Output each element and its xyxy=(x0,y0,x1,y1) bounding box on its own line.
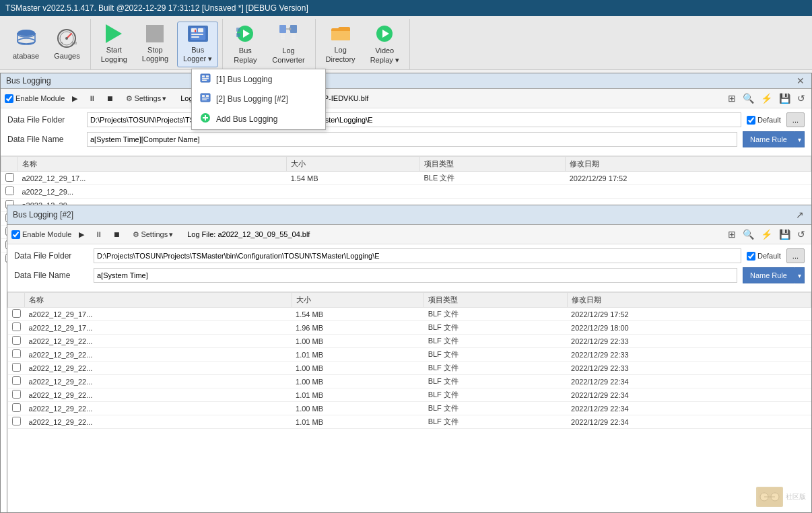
panel2-toolbar: Enable Module ▶ ⏸ ⏹ ⚙ Settings ▾ Log Fil… xyxy=(7,225,811,244)
panel1-save-button[interactable]: 💾 xyxy=(777,91,792,106)
panel2-save-button[interactable]: 💾 xyxy=(777,227,792,242)
log-converter-button[interactable]: LogConverter xyxy=(266,22,310,67)
panel2-filename-input[interactable] xyxy=(94,268,737,283)
bus-replay-icon xyxy=(234,24,256,44)
row-size: 1.00 MB xyxy=(292,335,424,348)
bus-logging-1-icon xyxy=(200,73,211,85)
table-row[interactable]: a2022_12_29_22... 1.01 MB BLF 文件 2022/12… xyxy=(8,388,811,402)
stop-logging-button[interactable]: StopLogging xyxy=(136,22,174,67)
row-name: a2022_12_29_17... xyxy=(25,308,292,321)
panel1-filename-input[interactable] xyxy=(87,132,737,147)
bus-replay-button[interactable]: BusReplay xyxy=(227,22,263,67)
panel1-search-button[interactable]: 🔍 xyxy=(741,91,756,106)
add-bus-logging-item[interactable]: Add Bus Logging xyxy=(192,108,325,129)
toolbar-group-replay: BusReplay LogConverter xyxy=(223,19,315,69)
panel2-play-button[interactable]: ▶ xyxy=(75,228,88,241)
row-date: 2022/12/29 22:33 xyxy=(567,335,811,348)
row-size: 1.00 MB xyxy=(292,362,424,375)
svg-rect-36 xyxy=(206,95,209,97)
video-replay-icon xyxy=(374,24,395,44)
row-size: 1.00 MB xyxy=(292,402,424,415)
toolbar-group-logging: StartLogging StopLogging xyxy=(91,19,224,69)
panel2-name-rule-drop-button[interactable]: ▾ xyxy=(794,267,805,283)
log-directory-button[interactable]: LogDirectory xyxy=(320,22,362,67)
table-row[interactable]: a2022_12_29_17... 1.54 MB BLE 文件 2022/12… xyxy=(1,172,811,185)
table-row[interactable]: a2022_12_29_22... 1.00 MB BLF 文件 2022/12… xyxy=(8,362,811,375)
table-row[interactable]: a2022_12_29_22... 1.01 MB BLF 文件 2022/12… xyxy=(8,415,811,429)
panel1-name-rule-main-button[interactable]: Name Rule xyxy=(743,131,794,147)
watermark-text: 社区版 xyxy=(786,492,806,502)
panel1-col-type: 项目类型 xyxy=(420,157,566,172)
panel1-flash-button[interactable]: ⚡ xyxy=(759,91,774,106)
table-row[interactable]: a2022_12_29_22... 1.00 MB BLF 文件 2022/12… xyxy=(8,375,811,388)
table-row[interactable]: a2022_12_29_17... 1.54 MB BLF 文件 2022/12… xyxy=(8,308,811,321)
panel1-name-rule-drop-button[interactable]: ▾ xyxy=(794,131,805,147)
table-row[interactable]: a2022_12_29... xyxy=(1,185,811,199)
panel2-stop-button[interactable]: ⏹ xyxy=(110,228,124,240)
panel2-col-check xyxy=(8,293,25,308)
row-name: a2022_12_29_22... xyxy=(25,348,292,362)
row-size: 1.01 MB xyxy=(292,388,424,402)
panel1-close-button[interactable]: ✕ xyxy=(795,75,806,86)
svg-rect-21 xyxy=(281,34,285,36)
panel1-grid-button[interactable]: ⊞ xyxy=(726,91,738,106)
panel1-folder-label: Data File Folder xyxy=(7,115,81,125)
bus-logging-2-item[interactable]: [2] Bus Logging [#2] xyxy=(192,89,325,108)
bus-logging-1-item[interactable]: [1] Bus Logging xyxy=(192,69,325,89)
panel1-pause-button[interactable]: ⏸ xyxy=(85,92,99,104)
panel2-col-date: 修改日期 xyxy=(567,293,811,308)
panel2-grid-button[interactable]: ⊞ xyxy=(726,227,738,242)
panel1-toolbar: Enable Module ▶ ⏸ ⏹ ⚙ Settings ▾ Log Fil… xyxy=(1,89,811,108)
panel2-search-button[interactable]: 🔍 xyxy=(741,227,756,242)
toolbar-group-dir: LogDirectory VideoReplay ▾ xyxy=(316,19,410,69)
bus-logger-button[interactable]: BusLogger ▾ xyxy=(177,22,218,67)
panel1-play-button[interactable]: ▶ xyxy=(69,92,81,105)
table-row[interactable]: a2022_12_29_22... 1.00 MB BLF 文件 2022/12… xyxy=(8,335,811,348)
panel2-folder-row: Data File Folder Default ... xyxy=(14,248,805,263)
row-type: BLF 文件 xyxy=(424,375,567,388)
svg-rect-10 xyxy=(191,34,203,35)
panel1-enable-checkbox[interactable] xyxy=(5,94,13,103)
panel2-enable-checkbox[interactable] xyxy=(11,230,20,239)
row-size: 1.01 MB xyxy=(292,415,424,429)
panel1-folder-browse-button[interactable]: ... xyxy=(786,112,805,127)
table-row[interactable]: a2022_12_29_17... 1.96 MB BLF 文件 2022/12… xyxy=(8,321,811,335)
panel1-filename-row: Data File Name Name Rule ▾ xyxy=(7,131,805,147)
panel2-folder-browse-button[interactable]: ... xyxy=(786,248,805,263)
row-name: a2022_12_29_17... xyxy=(18,172,287,185)
row-size: 1.00 MB xyxy=(292,375,424,388)
bus-logger-icon xyxy=(187,25,209,44)
gauges-button[interactable]: 0 100 Gauges xyxy=(48,22,86,67)
row-type: BLF 文件 xyxy=(424,321,567,335)
svg-rect-33 xyxy=(202,80,207,81)
svg-rect-11 xyxy=(191,36,199,38)
log-converter-label: LogConverter xyxy=(272,46,304,64)
panel1-settings-button[interactable]: ⚙ Settings ▾ xyxy=(121,92,171,105)
panel1-folder-input[interactable] xyxy=(87,112,741,127)
panel2-pause-button[interactable]: ⏸ xyxy=(92,228,106,240)
row-name: a2022_12_29_22... xyxy=(25,335,292,348)
table-row[interactable]: a2022_12_29_22... 1.00 MB BLF 文件 2022/12… xyxy=(8,402,811,415)
panel2-flash-button[interactable]: ⚡ xyxy=(759,227,774,242)
row-type: BLF 文件 xyxy=(424,335,567,348)
row-date: 2022/12/29 22:33 xyxy=(567,348,811,362)
panel2-folder-input[interactable] xyxy=(94,248,741,263)
start-logging-button[interactable]: StartLogging xyxy=(95,22,133,67)
panel2-default-label: Default xyxy=(747,252,781,261)
panel2-refresh-button[interactable]: ↺ xyxy=(795,227,807,242)
panel2-settings-button[interactable]: ⚙ Settings ▾ xyxy=(128,228,178,241)
panel1-stop-button[interactable]: ⏹ xyxy=(103,92,117,104)
panel1-refresh-button[interactable]: ↺ xyxy=(795,91,807,106)
panel1-col-name: 名称 xyxy=(18,157,287,172)
database-button[interactable]: atabase xyxy=(7,22,45,67)
panel2-name-rule-main-button[interactable]: Name Rule xyxy=(743,267,794,283)
panel1-default-checkbox[interactable] xyxy=(747,116,755,125)
video-replay-button[interactable]: VideoReplay ▾ xyxy=(364,22,405,67)
row-type: BLE 文件 xyxy=(420,172,566,185)
bus-replay-label: BusReplay xyxy=(234,46,257,64)
panel2-default-checkbox[interactable] xyxy=(747,252,755,261)
panel2-settings-arrow: ▾ xyxy=(169,230,173,239)
table-row[interactable]: a2022_12_29_22... 1.01 MB BLF 文件 2022/12… xyxy=(8,348,811,362)
start-logging-label: StartLogging xyxy=(101,46,127,63)
panel2-maximize-button[interactable]: ↗ xyxy=(794,207,806,222)
